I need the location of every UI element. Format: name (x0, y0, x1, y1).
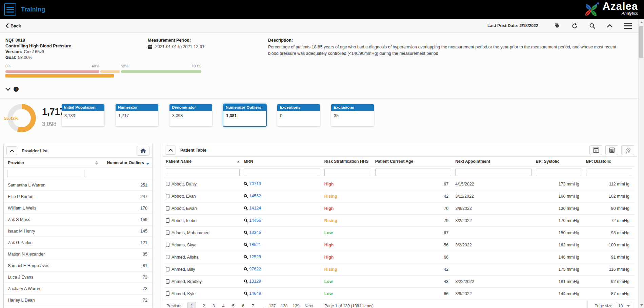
patient-chart-icon[interactable] (166, 291, 170, 296)
collapse-up-icon[interactable] (606, 22, 613, 29)
patient-chart-icon[interactable] (166, 255, 170, 259)
mrn-link[interactable]: 14649 (249, 291, 261, 296)
patient-row[interactable]: Abbott, Evan 14562 Rising 42 3/11/2022 1… (164, 190, 635, 202)
page-button[interactable]: 5 (231, 304, 236, 308)
back-button[interactable]: Back (5, 23, 21, 28)
scrollbar-thumb[interactable] (639, 26, 643, 58)
patient-row[interactable]: Adams, Skye 18521 High 56 3/2/2022 162 m… (164, 239, 635, 251)
mrn-search-icon[interactable] (244, 206, 248, 211)
mrn-search-icon[interactable] (244, 292, 248, 296)
tag-icon[interactable] (553, 22, 561, 29)
provider-row[interactable]: Samuel E Hargreaves81 (4, 260, 152, 271)
mrn-link[interactable]: 18521 (249, 242, 261, 247)
page-button[interactable]: 138 (281, 304, 287, 308)
col-patient-name[interactable]: Patient Name (164, 157, 242, 167)
vertical-scrollbar[interactable] (638, 19, 644, 308)
patient-chart-icon[interactable] (166, 206, 170, 211)
mrn-link[interactable]: 14456 (249, 218, 261, 223)
previous-page-button[interactable]: Previous (166, 304, 182, 308)
page-button[interactable]: 3 (211, 304, 216, 308)
provider-column-header[interactable]: Provider (4, 160, 98, 165)
filter-diastolic[interactable] (586, 169, 632, 176)
col-bp-diastolic[interactable]: BP: Diastolic (585, 157, 635, 167)
card-exceptions[interactable]: Exceptions 0 (277, 104, 320, 126)
col-patient-current-age[interactable]: Patient Current Age (374, 157, 454, 167)
scroll-down-arrow[interactable] (639, 302, 644, 308)
next-page-button[interactable]: Next (304, 304, 313, 308)
page-button[interactable]: 139 (293, 304, 299, 308)
patient-row[interactable]: Abbott, Isobel 14456 Rising 79 3/2/2022 … (164, 215, 635, 227)
mrn-link[interactable]: 13345 (249, 230, 261, 235)
mrn-link[interactable]: 12529 (249, 255, 261, 259)
page-ellipsis[interactable]: ... (260, 304, 264, 308)
patient-collapse-button[interactable] (165, 146, 176, 155)
home-button[interactable] (137, 146, 149, 156)
provider-row[interactable]: Mason N Alexander85 (4, 248, 152, 260)
provider-row[interactable]: Zak G Parkin121 (4, 237, 152, 248)
mrn-search-icon[interactable] (244, 243, 248, 248)
mrn-link[interactable]: 14562 (249, 194, 261, 198)
provider-row[interactable]: William L Wells178 (4, 202, 152, 214)
mrn-search-icon[interactable] (244, 194, 248, 199)
patient-chart-icon[interactable] (166, 194, 170, 198)
attachment-button[interactable] (621, 145, 634, 155)
page-button[interactable]: 4 (221, 304, 226, 308)
patient-row[interactable]: Abbott, Daisy 70713 High 67 4/15/2022 17… (164, 178, 635, 190)
page-button[interactable]: 7 (250, 304, 255, 308)
patient-chart-icon[interactable] (166, 230, 170, 235)
filter-age[interactable] (375, 169, 451, 176)
mrn-search-icon[interactable] (244, 255, 248, 260)
mrn-link[interactable]: 70713 (249, 181, 261, 186)
chevron-down-icon[interactable] (5, 88, 11, 91)
refresh-icon[interactable] (571, 22, 578, 29)
col-risk-stratification[interactable]: Risk Stratification HHS (323, 157, 374, 167)
mrn-link[interactable]: 14124 (249, 206, 261, 211)
patient-row[interactable]: Ahmed, Alisha 12529 High 66 146 mmHg 91 … (164, 251, 635, 263)
scroll-up-arrow[interactable] (639, 19, 644, 25)
filter-mrn[interactable] (244, 169, 320, 176)
page-size-select[interactable]: 10 (616, 302, 632, 308)
filter-next-appointment[interactable] (455, 169, 531, 176)
numerator-outliers-column-header[interactable]: Numerator Outliers (98, 160, 152, 165)
card-denominator[interactable]: Denominator 3,098 (169, 104, 212, 126)
page-button[interactable]: 2 (201, 304, 206, 308)
menu-icon[interactable] (624, 23, 632, 29)
mrn-search-icon[interactable] (244, 231, 248, 236)
provider-row[interactable]: Luca J Evans73 (4, 271, 152, 283)
patient-chart-icon[interactable] (166, 267, 170, 271)
page-button[interactable]: 1 (187, 302, 197, 308)
provider-row[interactable]: Samantha L Warren251 (4, 179, 152, 191)
mrn-search-icon[interactable] (244, 267, 248, 272)
patient-row[interactable]: Abbott, Ewan 14124 High 70 3/8/2022 130 … (164, 202, 635, 215)
report-button[interactable] (605, 145, 618, 155)
card-numerator-outliers[interactable]: Numerator Outliers 1,381 (223, 104, 266, 126)
info-icon[interactable]: i (14, 87, 19, 92)
patient-chart-icon[interactable] (166, 243, 170, 247)
patient-row[interactable]: Ahmed, Billy 97622 Rising 42 175 mmHg 11… (164, 263, 635, 276)
card-exclusions[interactable]: Exclusions 35 (331, 104, 374, 126)
patient-chart-icon[interactable] (166, 279, 170, 284)
filter-patient-name[interactable] (166, 169, 240, 176)
filter-risk[interactable] (324, 169, 371, 176)
provider-row[interactable]: Ellie P Burton247 (4, 191, 152, 202)
mrn-link[interactable]: 13129 (249, 279, 261, 284)
card-numerator[interactable]: Numerator 1,717 (116, 104, 158, 126)
patient-chart-icon[interactable] (166, 218, 170, 223)
mrn-link[interactable]: 97622 (249, 267, 261, 271)
page-button[interactable]: 137 (269, 304, 276, 308)
table-grid-button[interactable] (589, 145, 602, 155)
mrn-search-icon[interactable] (244, 219, 248, 223)
col-mrn[interactable]: MRN (242, 157, 323, 167)
patient-row[interactable]: Adams, Mohammed 13345 Low 67 150 mmHg 98… (164, 227, 635, 239)
provider-row[interactable]: Zachary A Warren73 (4, 283, 152, 294)
patient-row[interactable]: Ahmed, Bradley 13129 Low 43 3/22/2022 18… (164, 276, 635, 288)
provider-row[interactable]: Isaac M Henry145 (4, 225, 152, 237)
col-next-appointment[interactable]: Next Appointment (454, 157, 534, 167)
provider-filter-input[interactable] (7, 170, 84, 177)
page-button[interactable]: 6 (241, 304, 245, 308)
patient-chart-icon[interactable] (166, 182, 170, 186)
card-initial-population[interactable]: Initial Population 3,133 (62, 104, 104, 126)
mrn-search-icon[interactable] (244, 182, 248, 187)
hamburger-menu-button[interactable] (4, 3, 16, 16)
provider-collapse-button[interactable] (6, 146, 17, 155)
